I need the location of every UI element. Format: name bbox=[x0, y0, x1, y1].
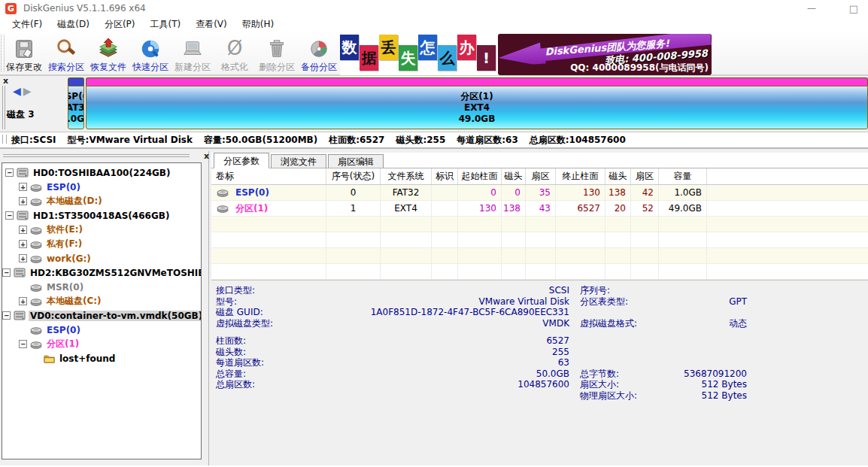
expand-icon[interactable]: + bbox=[19, 226, 27, 234]
menu-item[interactable]: 分区(P) bbox=[97, 17, 143, 32]
partition-icon bbox=[30, 183, 42, 192]
collapse-icon[interactable]: − bbox=[5, 168, 14, 177]
partition-icon bbox=[30, 283, 42, 292]
tree-item[interactable]: −HD0:TOSHIBAA100(224GB) bbox=[2, 165, 201, 180]
diskgenius-window: G DiskGenius V5.1.1.696 x64 — □ 文件(F)磁盘(… bbox=[0, 0, 868, 467]
panel-drag-grip[interactable] bbox=[2, 86, 5, 129]
cell bbox=[432, 185, 458, 200]
partition-type-cap bbox=[68, 77, 84, 86]
details-row: 接口类型:SCSI序列号: bbox=[216, 285, 747, 296]
expand-icon[interactable]: + bbox=[19, 197, 27, 205]
column-header: 扇区 bbox=[526, 168, 556, 184]
tree-item[interactable]: +work(G:) bbox=[2, 251, 201, 265]
tree-item[interactable]: −分区(1) bbox=[2, 337, 201, 351]
disk-info-item: 总扇区数:104857600 bbox=[530, 134, 626, 147]
partition-block-1[interactable]: ESP(0)FAT321.0GB bbox=[68, 77, 84, 129]
tab-partition-params[interactable]: 分区参数 bbox=[214, 153, 269, 168]
menu-item[interactable]: 文件(F) bbox=[5, 17, 50, 32]
disk-panel-close-icon[interactable]: x bbox=[3, 76, 8, 86]
tab-sector-edit[interactable]: 扇区编辑 bbox=[328, 154, 384, 168]
partition-icon bbox=[30, 254, 42, 263]
detail-label: 接口类型: bbox=[216, 285, 344, 296]
disk-nav: ◀▶ bbox=[13, 85, 34, 97]
partition-text: EXT4 bbox=[464, 102, 490, 114]
ad-banner[interactable]: 数据丢失怎么办! DiskGenius团队为您服务! 致电: 400-008-9… bbox=[340, 34, 712, 75]
menu-item[interactable]: 磁盘(D) bbox=[50, 17, 97, 32]
partition-block-2[interactable]: 分区(1)EXT449.0GB bbox=[86, 77, 868, 129]
new-partition-button[interactable]: 新建分区 bbox=[171, 33, 214, 74]
expand-icon[interactable]: + bbox=[19, 254, 27, 262]
detail-value: 104857600 bbox=[344, 379, 569, 390]
collapse-icon[interactable]: − bbox=[5, 211, 14, 220]
tree-item[interactable]: ESP(0) bbox=[2, 323, 201, 337]
tree-item[interactable]: +软件(E:) bbox=[2, 223, 201, 237]
cell: 0 bbox=[326, 185, 381, 200]
partition-text: FAT32 bbox=[68, 102, 84, 114]
disk-tree-panel: x −HD0:TOSHIBAA100(224GB)+ESP(0)+本地磁盘(D:… bbox=[2, 153, 202, 459]
window-title: DiskGenius V5.1.1.696 x64 bbox=[23, 3, 146, 14]
expand-icon[interactable]: + bbox=[19, 297, 27, 305]
tree-item[interactable]: −VD0:container-to-vm.vmdk(50GB) bbox=[2, 308, 201, 323]
menu-item[interactable]: 工具(T) bbox=[142, 17, 188, 32]
tree-item[interactable]: MSR(0) bbox=[2, 280, 201, 294]
partition-row[interactable]: 分区(1)1EXT4130138436527205249.0GB bbox=[211, 201, 868, 217]
column-header: 标识 bbox=[432, 168, 458, 184]
partition-row[interactable]: ESP(0)0FAT320035130138421.0GB bbox=[211, 185, 868, 201]
delete-partition-button[interactable]: 删除分区 bbox=[256, 33, 298, 74]
detail-label: 型号: bbox=[216, 296, 344, 308]
recover-files-button[interactable]: 恢复文件 bbox=[87, 33, 129, 74]
cell: FAT32 bbox=[381, 185, 432, 200]
collapse-icon[interactable]: − bbox=[19, 340, 27, 348]
format-icon: Ø bbox=[223, 38, 246, 60]
toolbar-button-label: 备份分区 bbox=[301, 61, 337, 74]
banner-tile: 丢 bbox=[379, 35, 398, 60]
menu-item[interactable]: 帮助(H) bbox=[235, 17, 281, 32]
next-disk-arrow-icon[interactable]: ▶ bbox=[23, 85, 34, 97]
detail-label: 虚拟磁盘类型: bbox=[216, 318, 344, 329]
column-header: 磁头 bbox=[605, 168, 631, 184]
tab-browse-files[interactable]: 浏览文件 bbox=[271, 154, 326, 168]
menu-item[interactable]: 查看(V) bbox=[188, 17, 235, 32]
disk-info-item: 磁头数:255 bbox=[396, 134, 445, 147]
expand-icon[interactable]: + bbox=[19, 240, 27, 248]
tree-item[interactable]: +本地磁盘(D:) bbox=[2, 194, 201, 208]
cell: 6527 bbox=[556, 201, 605, 216]
detail-label: 总容量: bbox=[216, 368, 344, 380]
quick-partition-button[interactable]: 快速分区 bbox=[129, 33, 171, 74]
partition-icon bbox=[217, 188, 229, 197]
format-button[interactable]: Ø格式化 bbox=[214, 33, 256, 74]
disk-details-section: 接口类型:SCSI序列号:型号:VMware Virtual Disk分区表类型… bbox=[211, 280, 868, 465]
tree-item[interactable]: −HD1:ST3500418AS(466GB) bbox=[2, 208, 201, 223]
tree-item-label: 软件(E:) bbox=[45, 223, 84, 236]
prev-disk-arrow-icon[interactable]: ◀ bbox=[13, 85, 23, 97]
expand-icon[interactable]: + bbox=[19, 183, 27, 191]
save-changes-button[interactable]: 保存更改 bbox=[3, 33, 45, 74]
search-partition-button[interactable]: 搜索分区 bbox=[45, 33, 87, 74]
tree-panel-grip[interactable] bbox=[3, 154, 190, 157]
backup-partition-button[interactable]: 备份分区 bbox=[298, 33, 340, 74]
tree-item[interactable]: +私有(F:) bbox=[2, 237, 201, 251]
tree-item-label: HD0:TOSHIBAA100(224GB) bbox=[32, 168, 171, 178]
maximize-button[interactable]: □ bbox=[842, 3, 865, 14]
collapse-icon[interactable]: − bbox=[2, 268, 11, 277]
toolbar-button-label: 保存更改 bbox=[6, 61, 42, 74]
collapse-icon[interactable]: − bbox=[2, 311, 11, 320]
tree-item[interactable]: lost+found bbox=[2, 351, 201, 365]
detail-label bbox=[569, 307, 682, 318]
partition-text: 1.0GB bbox=[68, 114, 84, 125]
banner-tile: 办 bbox=[457, 35, 476, 60]
detail-value bbox=[682, 357, 747, 368]
detail-value: 512 Bytes bbox=[682, 390, 747, 402]
tree-item[interactable]: −HD2:KBG30ZMS512GNVMeTOSHIBA512GB bbox=[2, 265, 201, 280]
tree-panel-close-icon[interactable]: x bbox=[204, 151, 209, 161]
disk-info-line: 接口:SCSI型号:VMware Virtual Disk容量:50.0GB(5… bbox=[0, 132, 868, 149]
tree-item[interactable]: +本地磁盘(C:) bbox=[2, 294, 201, 308]
detail-label: 分区表类型: bbox=[569, 296, 682, 308]
tree-item-label: 私有(F:) bbox=[45, 238, 83, 250]
title-bar: G DiskGenius V5.1.1.696 x64 — □ bbox=[0, 0, 868, 17]
window-controls: — □ bbox=[800, 0, 865, 17]
minimize-button[interactable]: — bbox=[800, 3, 823, 14]
cell: 20 bbox=[605, 201, 631, 216]
tree-item[interactable]: +ESP(0) bbox=[2, 180, 201, 194]
delete-partition-icon bbox=[266, 38, 288, 60]
